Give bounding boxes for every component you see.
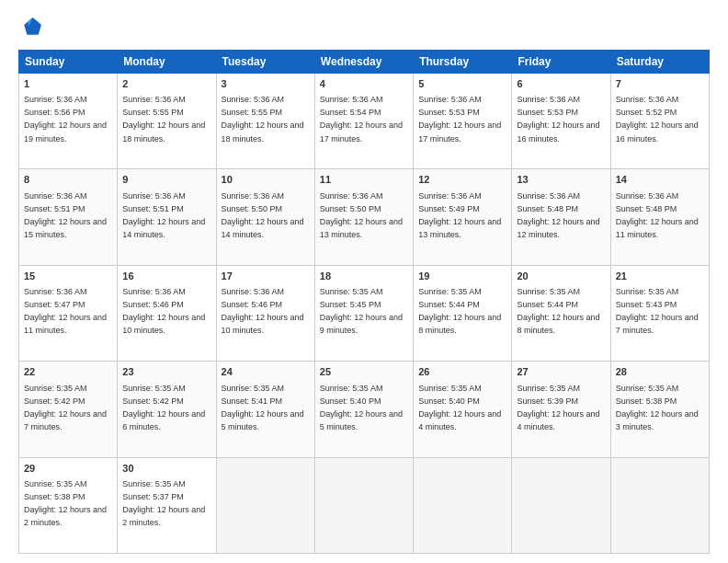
day-info: Sunrise: 5:35 AMSunset: 5:40 PMDaylight:… xyxy=(320,384,403,431)
calendar-day-cell: 11 Sunrise: 5:36 AMSunset: 5:50 PMDaylig… xyxy=(314,169,413,265)
day-info: Sunrise: 5:36 AMSunset: 5:55 PMDaylight:… xyxy=(222,95,304,143)
day-number: 30 xyxy=(122,462,210,476)
day-info: Sunrise: 5:35 AMSunset: 5:44 PMDaylight:… xyxy=(517,287,599,335)
calendar-day-cell: 20 Sunrise: 5:35 AMSunset: 5:44 PMDaylig… xyxy=(512,265,610,361)
calendar-day-cell: 15 Sunrise: 5:36 AMSunset: 5:47 PMDaylig… xyxy=(19,265,118,361)
calendar-day-cell xyxy=(414,457,512,553)
calendar-weekday-header: Monday xyxy=(118,51,216,74)
day-info: Sunrise: 5:36 AMSunset: 5:49 PMDaylight:… xyxy=(418,191,501,239)
day-number: 13 xyxy=(517,173,605,187)
day-info: Sunrise: 5:35 AMSunset: 5:41 PMDaylight:… xyxy=(222,384,304,431)
day-info: Sunrise: 5:36 AMSunset: 5:53 PMDaylight:… xyxy=(418,95,501,143)
day-info: Sunrise: 5:36 AMSunset: 5:52 PMDaylight:… xyxy=(616,95,699,143)
day-info: Sunrise: 5:35 AMSunset: 5:37 PMDaylight:… xyxy=(122,479,205,527)
day-number: 4 xyxy=(320,77,408,91)
calendar-day-cell: 29 Sunrise: 5:35 AMSunset: 5:38 PMDaylig… xyxy=(19,457,118,553)
day-info: Sunrise: 5:36 AMSunset: 5:53 PMDaylight:… xyxy=(517,95,599,143)
calendar-weekday-header: Sunday xyxy=(19,51,118,74)
day-number: 6 xyxy=(517,77,605,91)
calendar-day-cell: 3 Sunrise: 5:36 AMSunset: 5:55 PMDayligh… xyxy=(216,74,314,169)
calendar-day-cell: 22 Sunrise: 5:35 AMSunset: 5:42 PMDaylig… xyxy=(19,362,118,457)
day-info: Sunrise: 5:36 AMSunset: 5:50 PMDaylight:… xyxy=(222,191,304,239)
day-info: Sunrise: 5:36 AMSunset: 5:48 PMDaylight:… xyxy=(517,191,599,239)
day-number: 12 xyxy=(418,173,506,187)
day-number: 1 xyxy=(24,77,112,91)
calendar-day-cell: 17 Sunrise: 5:36 AMSunset: 5:46 PMDaylig… xyxy=(216,265,314,361)
day-number: 7 xyxy=(616,77,704,91)
calendar-weekday-header: Wednesday xyxy=(314,51,413,74)
day-number: 10 xyxy=(222,173,310,187)
day-number: 9 xyxy=(122,173,210,187)
calendar-day-cell: 18 Sunrise: 5:35 AMSunset: 5:45 PMDaylig… xyxy=(314,265,413,361)
day-info: Sunrise: 5:35 AMSunset: 5:38 PMDaylight:… xyxy=(24,479,107,527)
calendar-weekday-header: Thursday xyxy=(414,51,512,74)
calendar-weekday-header: Saturday xyxy=(610,51,709,74)
calendar-day-cell xyxy=(314,457,413,553)
calendar-weekday-header: Tuesday xyxy=(216,51,314,74)
page: SundayMondayTuesdayWednesdayThursdayFrid… xyxy=(0,0,728,563)
day-number: 18 xyxy=(320,270,408,283)
day-number: 20 xyxy=(517,270,605,283)
calendar-day-cell: 25 Sunrise: 5:35 AMSunset: 5:40 PMDaylig… xyxy=(314,362,413,457)
calendar-day-cell: 4 Sunrise: 5:36 AMSunset: 5:54 PMDayligh… xyxy=(314,74,413,169)
day-info: Sunrise: 5:36 AMSunset: 5:46 PMDaylight:… xyxy=(122,287,205,335)
calendar-day-cell: 7 Sunrise: 5:36 AMSunset: 5:52 PMDayligh… xyxy=(610,74,709,169)
day-number: 29 xyxy=(24,462,112,476)
calendar-day-cell: 28 Sunrise: 5:35 AMSunset: 5:38 PMDaylig… xyxy=(610,362,709,457)
calendar-day-cell: 30 Sunrise: 5:35 AMSunset: 5:37 PMDaylig… xyxy=(118,457,216,553)
day-info: Sunrise: 5:36 AMSunset: 5:54 PMDaylight:… xyxy=(320,95,403,143)
day-number: 17 xyxy=(222,270,310,283)
calendar-day-cell xyxy=(610,457,709,553)
calendar-day-cell xyxy=(216,457,314,553)
day-info: Sunrise: 5:36 AMSunset: 5:47 PMDaylight:… xyxy=(24,287,107,335)
day-info: Sunrise: 5:36 AMSunset: 5:48 PMDaylight:… xyxy=(616,191,699,239)
day-info: Sunrise: 5:35 AMSunset: 5:44 PMDaylight:… xyxy=(418,287,501,335)
calendar-day-cell: 10 Sunrise: 5:36 AMSunset: 5:50 PMDaylig… xyxy=(216,169,314,265)
day-info: Sunrise: 5:35 AMSunset: 5:45 PMDaylight:… xyxy=(320,287,403,335)
day-number: 23 xyxy=(122,365,210,379)
day-info: Sunrise: 5:36 AMSunset: 5:51 PMDaylight:… xyxy=(24,191,107,239)
day-number: 26 xyxy=(418,365,506,379)
day-info: Sunrise: 5:36 AMSunset: 5:50 PMDaylight:… xyxy=(320,191,403,239)
day-number: 15 xyxy=(24,270,112,283)
calendar-day-cell: 6 Sunrise: 5:36 AMSunset: 5:53 PMDayligh… xyxy=(512,74,610,169)
day-number: 25 xyxy=(320,365,408,379)
day-info: Sunrise: 5:35 AMSunset: 5:39 PMDaylight:… xyxy=(517,384,599,431)
day-info: Sunrise: 5:35 AMSunset: 5:42 PMDaylight:… xyxy=(24,384,107,431)
calendar-day-cell: 13 Sunrise: 5:36 AMSunset: 5:48 PMDaylig… xyxy=(512,169,610,265)
calendar-week-row: 29 Sunrise: 5:35 AMSunset: 5:38 PMDaylig… xyxy=(19,457,710,553)
calendar-day-cell: 23 Sunrise: 5:35 AMSunset: 5:42 PMDaylig… xyxy=(118,362,216,457)
calendar-day-cell: 14 Sunrise: 5:36 AMSunset: 5:48 PMDaylig… xyxy=(610,169,709,265)
day-info: Sunrise: 5:36 AMSunset: 5:51 PMDaylight:… xyxy=(122,191,205,239)
calendar-day-cell: 26 Sunrise: 5:35 AMSunset: 5:40 PMDaylig… xyxy=(414,362,512,457)
day-number: 5 xyxy=(418,77,506,91)
calendar-week-row: 22 Sunrise: 5:35 AMSunset: 5:42 PMDaylig… xyxy=(19,362,710,457)
calendar-week-row: 15 Sunrise: 5:36 AMSunset: 5:47 PMDaylig… xyxy=(19,265,710,361)
day-number: 16 xyxy=(122,270,210,283)
day-number: 28 xyxy=(616,365,704,379)
day-info: Sunrise: 5:35 AMSunset: 5:43 PMDaylight:… xyxy=(616,287,699,335)
day-number: 22 xyxy=(24,365,112,379)
calendar-day-cell: 5 Sunrise: 5:36 AMSunset: 5:53 PMDayligh… xyxy=(414,74,512,169)
day-info: Sunrise: 5:35 AMSunset: 5:40 PMDaylight:… xyxy=(418,384,501,431)
day-number: 3 xyxy=(222,77,310,91)
calendar-day-cell: 9 Sunrise: 5:36 AMSunset: 5:51 PMDayligh… xyxy=(118,169,216,265)
calendar-week-row: 8 Sunrise: 5:36 AMSunset: 5:51 PMDayligh… xyxy=(19,169,710,265)
day-number: 8 xyxy=(24,173,112,187)
day-info: Sunrise: 5:35 AMSunset: 5:38 PMDaylight:… xyxy=(616,384,699,431)
day-number: 11 xyxy=(320,173,408,187)
calendar-day-cell: 2 Sunrise: 5:36 AMSunset: 5:55 PMDayligh… xyxy=(118,74,216,169)
day-info: Sunrise: 5:36 AMSunset: 5:55 PMDaylight:… xyxy=(122,95,205,143)
day-info: Sunrise: 5:35 AMSunset: 5:42 PMDaylight:… xyxy=(122,384,205,431)
calendar-day-cell: 27 Sunrise: 5:35 AMSunset: 5:39 PMDaylig… xyxy=(512,362,610,457)
calendar-day-cell: 1 Sunrise: 5:36 AMSunset: 5:56 PMDayligh… xyxy=(19,74,118,169)
calendar-week-row: 1 Sunrise: 5:36 AMSunset: 5:56 PMDayligh… xyxy=(19,74,710,169)
calendar-day-cell: 19 Sunrise: 5:35 AMSunset: 5:44 PMDaylig… xyxy=(414,265,512,361)
day-number: 14 xyxy=(616,173,704,187)
day-number: 19 xyxy=(418,270,506,283)
day-number: 21 xyxy=(616,270,704,283)
day-number: 27 xyxy=(517,365,605,379)
logo xyxy=(18,15,48,40)
calendar-table: SundayMondayTuesdayWednesdayThursdayFrid… xyxy=(18,50,710,554)
day-number: 2 xyxy=(122,77,210,91)
